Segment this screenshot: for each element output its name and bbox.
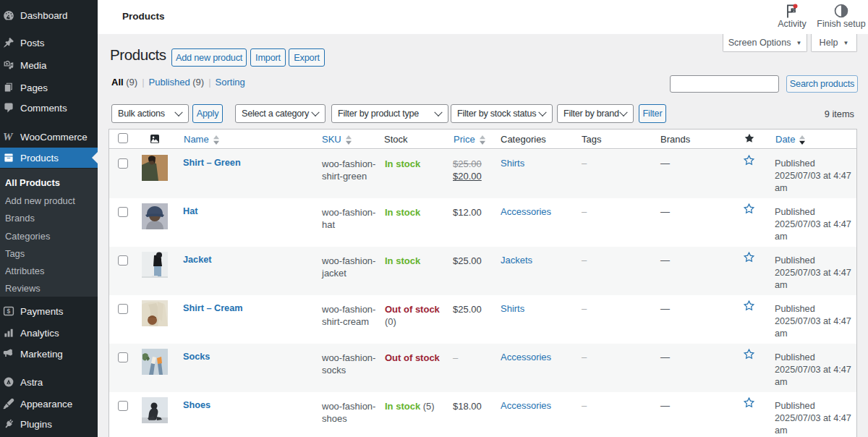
svg-text:W: W <box>3 131 14 143</box>
svg-text:$: $ <box>7 307 10 315</box>
